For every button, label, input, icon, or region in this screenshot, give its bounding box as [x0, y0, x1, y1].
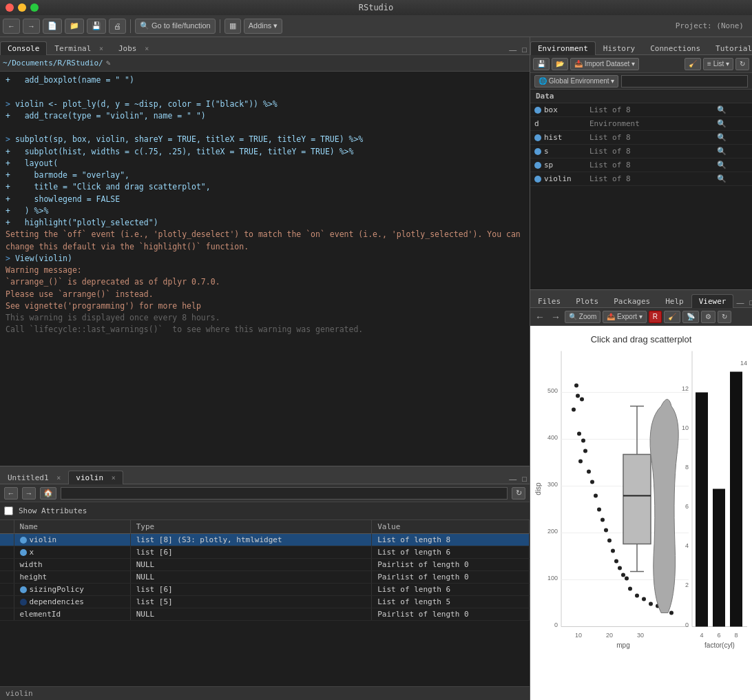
svg-point-36: [618, 566, 622, 570]
env-list-view[interactable]: ≡ List ▾: [703, 58, 733, 70]
svg-point-23: [577, 432, 581, 436]
console-max[interactable]: □: [519, 45, 530, 54]
data-viewer-statusbar: violin: [0, 686, 530, 700]
title-bar: RStudio: [0, 0, 752, 15]
toolbar-open[interactable]: 📁: [65, 19, 84, 34]
dv-search-input[interactable]: [61, 487, 508, 500]
env-row-d[interactable]: d Environment 🔍: [530, 117, 752, 131]
table-row[interactable]: x list [6] List of length 6: [0, 546, 530, 559]
dv-min[interactable]: —: [506, 474, 519, 484]
dv-back[interactable]: ←: [4, 487, 18, 500]
svg-text:0: 0: [685, 621, 689, 628]
tab-help[interactable]: Help: [658, 294, 691, 308]
addins-button[interactable]: Addins ▾: [244, 19, 283, 34]
viewer-forward[interactable]: →: [549, 310, 563, 324]
console-line: Call `lifecycle::last_warnings()` to see…: [6, 324, 524, 336]
tab-terminal[interactable]: Terminal ×: [47, 41, 111, 55]
tab-jobs[interactable]: Jobs ×: [111, 41, 156, 55]
console-path-icon[interactable]: ✎: [106, 59, 111, 68]
table-row[interactable]: sizingPolicy list [6] List of length 6: [0, 584, 530, 596]
close-button[interactable]: [6, 3, 14, 12]
minimize-button[interactable]: [18, 3, 26, 12]
svg-text:30: 30: [637, 632, 644, 639]
col-value[interactable]: Value: [372, 520, 530, 534]
env-load[interactable]: 📂: [552, 58, 568, 70]
viewer-publish[interactable]: 📡: [682, 311, 699, 323]
dv-forward[interactable]: →: [22, 487, 36, 500]
svg-text:6: 6: [685, 503, 689, 510]
svg-point-20: [576, 394, 580, 398]
console-line: + title = "Click and drag scatterplot",: [6, 181, 524, 193]
show-attrs-checkbox[interactable]: [4, 506, 13, 515]
dv-refresh[interactable]: ↻: [512, 487, 525, 500]
env-broom[interactable]: 🧹: [685, 58, 701, 70]
toolbar-new-file[interactable]: 📄: [43, 19, 62, 34]
console-min[interactable]: —: [506, 45, 519, 54]
table-row[interactable]: width NULL Pairlist of length 0: [0, 559, 530, 571]
env-search-input[interactable]: [621, 75, 748, 88]
viewer-max[interactable]: □: [746, 298, 752, 307]
tab-untitled1[interactable]: Untitled1 ×: [0, 471, 68, 484]
data-viewer-tabs: Untitled1 × violin × — □: [0, 466, 530, 484]
env-row-box[interactable]: box List of 8 🔍: [530, 103, 752, 117]
svg-text:20: 20: [606, 632, 613, 639]
import-dataset[interactable]: 📥 Import Dataset ▾: [570, 58, 639, 70]
svg-text:disp: disp: [534, 482, 542, 495]
svg-text:300: 300: [547, 481, 558, 488]
env-search-icon-hist[interactable]: 🔍: [717, 133, 727, 142]
maximize-button[interactable]: [30, 3, 39, 12]
env-refresh[interactable]: ↻: [735, 58, 749, 70]
env-save[interactable]: 💾: [533, 58, 550, 70]
console-line: `arrange_()` is deprecated as of dplyr 0…: [6, 276, 524, 288]
dv-home[interactable]: 🏠: [40, 487, 56, 500]
toolbar-back[interactable]: ←: [3, 19, 20, 34]
viewer-refresh[interactable]: ↻: [718, 311, 731, 323]
data-viewer-table[interactable]: Name Type Value violin list [8] (S3: plo…: [0, 520, 530, 686]
viewer-back[interactable]: ←: [533, 310, 547, 324]
goto-file-function[interactable]: 🔍 Go to file/function: [135, 19, 216, 34]
env-row-sp[interactable]: sp List of 8 🔍: [530, 158, 752, 172]
env-search-icon-box[interactable]: 🔍: [717, 105, 727, 114]
env-search-icon-violin[interactable]: 🔍: [717, 174, 727, 183]
viewer-export[interactable]: 📤 Export ▾: [603, 311, 646, 323]
tab-connections[interactable]: Connections: [643, 41, 708, 55]
env-search-icon-sp[interactable]: 🔍: [717, 161, 727, 169]
console-output[interactable]: + add_boxplot(name = " ") > violin <- pl…: [0, 72, 530, 466]
col-name[interactable]: Name: [14, 520, 130, 534]
console-line: Warning message:: [6, 265, 524, 276]
tab-environment[interactable]: Environment: [530, 41, 596, 55]
env-row-violin[interactable]: violin List of 8 🔍: [530, 172, 752, 186]
viewer-toolbar: ← → 🔍 Zoom 📤 Export ▾ R 🧹 📡 ⚙ ↻: [530, 308, 752, 326]
toolbar-save[interactable]: 💾: [87, 19, 106, 34]
env-search-icon-s[interactable]: 🔍: [717, 147, 727, 156]
col-type[interactable]: Type: [130, 520, 372, 534]
table-row[interactable]: height NULL Pairlist of length 0: [0, 571, 530, 584]
tab-viewer[interactable]: Viewer: [691, 294, 734, 308]
viewer-zoom[interactable]: 🔍 Zoom: [565, 311, 600, 323]
svg-text:200: 200: [547, 528, 558, 535]
toolbar-grid[interactable]: ▦: [224, 19, 241, 34]
tab-violin[interactable]: violin ×: [68, 471, 123, 484]
viewer-options[interactable]: ⚙: [701, 311, 716, 323]
table-row[interactable]: dependencies list [5] List of length 5: [0, 596, 530, 608]
tab-packages[interactable]: Packages: [606, 294, 658, 308]
viewer-broom[interactable]: 🧹: [664, 311, 680, 323]
global-env-selector[interactable]: 🌐 Global Environment ▾: [534, 75, 618, 88]
table-row[interactable]: violin list [8] (S3: plotly, htmlwidget …: [0, 534, 530, 546]
dv-max[interactable]: □: [519, 474, 530, 484]
env-search-icon-d[interactable]: 🔍: [717, 119, 727, 128]
tab-plots[interactable]: Plots: [568, 294, 606, 308]
toolbar-forward[interactable]: →: [23, 19, 40, 34]
viewer-r-icon[interactable]: R: [649, 311, 662, 323]
viewer-min[interactable]: —: [733, 298, 746, 307]
toolbar-print[interactable]: 🖨: [109, 19, 126, 34]
table-row[interactable]: elementId NULL Pairlist of length 0: [0, 608, 530, 621]
tab-console[interactable]: Console: [0, 41, 47, 55]
env-tabs: Environment History Connections Tutorial…: [530, 37, 752, 55]
tab-files[interactable]: Files: [530, 294, 568, 308]
svg-point-30: [597, 508, 601, 512]
tab-tutorial[interactable]: Tutorial: [708, 41, 752, 55]
env-row-s[interactable]: s List of 8 🔍: [530, 145, 752, 158]
env-row-hist[interactable]: hist List of 8 🔍: [530, 131, 752, 145]
tab-history[interactable]: History: [596, 41, 643, 55]
